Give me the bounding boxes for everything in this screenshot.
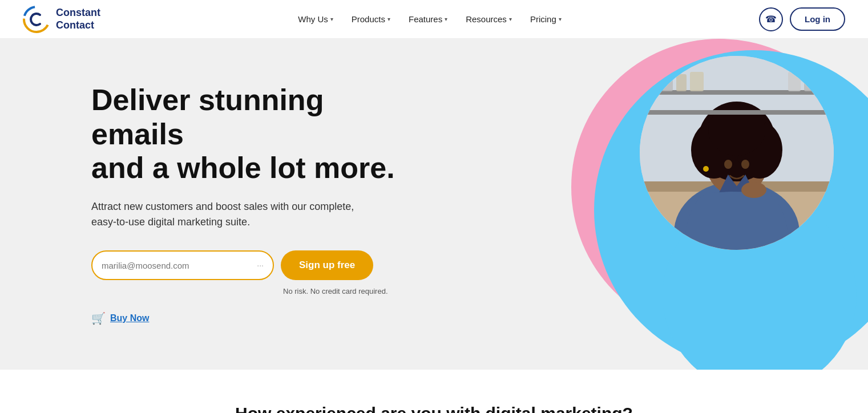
svg-point-13 [741,160,749,169]
svg-rect-17 [640,110,834,115]
nav-actions: ☎ Log in [759,7,845,31]
chevron-down-icon: ▾ [387,16,390,22]
hero-content: Deliver stunning emails and a whole lot … [0,49,399,359]
email-input[interactable] [102,261,252,270]
phone-button[interactable]: ☎ [759,7,783,31]
email-input-wrapper: ··· [91,250,274,280]
hero-title: Deliver stunning emails and a whole lot … [91,83,399,185]
nav-why-us[interactable]: Why Us ▾ [291,10,340,29]
nav-links: Why Us ▾ Products ▾ Features ▾ Resources… [291,10,568,29]
buy-now-link[interactable]: Buy Now [110,313,149,323]
chevron-down-icon: ▾ [559,16,562,22]
hero-illustration [514,39,868,370]
nav-features[interactable]: Features ▾ [402,10,454,29]
signup-button[interactable]: Sign up free [281,250,373,280]
svg-rect-21 [690,72,704,91]
logo-text: Constant Contact [56,7,100,31]
chevron-down-icon: ▾ [445,16,447,22]
logo-icon [23,6,50,33]
nav-resources[interactable]: Resources ▾ [459,10,519,29]
nav-products[interactable]: Products ▾ [345,10,397,29]
login-button[interactable]: Log in [790,7,845,31]
signup-row: ··· Sign up free [91,250,399,280]
hero-subtitle: Attract new customers and boost sales wi… [91,199,365,230]
svg-rect-20 [676,74,687,91]
bottom-section: How experienced are you with digital mar… [0,370,868,413]
logo-link[interactable]: Constant Contact [23,6,100,33]
chevron-down-icon: ▾ [509,16,512,22]
hero-photo [640,56,834,250]
svg-point-15 [741,182,766,198]
nav-pricing[interactable]: Pricing ▾ [523,10,568,29]
email-dots-icon: ··· [257,261,264,270]
bottom-title: How experienced are you with digital mar… [23,404,845,413]
no-risk-text: No risk. No credit card required. [283,287,399,295]
chevron-down-icon: ▾ [330,16,333,22]
svg-point-14 [703,166,709,172]
phone-icon: ☎ [765,14,777,25]
person-svg [640,56,834,250]
svg-point-12 [724,160,732,169]
cart-icon: 🛒 [91,311,106,325]
hero-section: Deliver stunning emails and a whole lot … [0,39,868,370]
navbar: Constant Contact Why Us ▾ Products ▾ Fea… [0,0,868,39]
buy-now-row: 🛒 Buy Now [91,311,399,325]
